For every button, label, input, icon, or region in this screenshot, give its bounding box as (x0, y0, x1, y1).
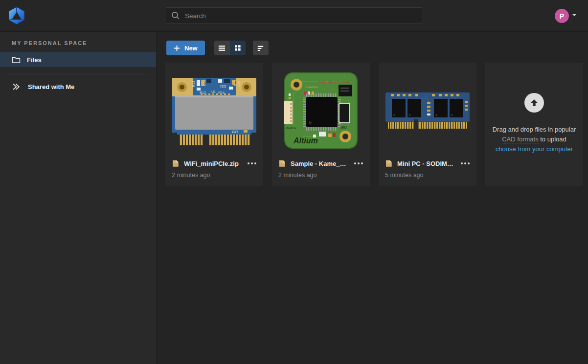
grid-view-icon (234, 44, 242, 52)
svg-text:C39: C39 (237, 81, 241, 87)
sidebar-item-label: Shared with Me (28, 83, 74, 91)
svg-text:DS1: DS1 (220, 85, 226, 88)
svg-text:U1: U1 (211, 90, 216, 93)
upload-instructions: Drag and drop files in popular CAD forma… (485, 125, 583, 154)
plus-icon (174, 45, 180, 51)
upload-arrow-icon (524, 93, 544, 113)
app-window: P MY PERSONAL SPACE Files Shared with Me (0, 0, 588, 364)
search-input[interactable] (185, 12, 417, 20)
svg-text:DS2: DS2 (203, 79, 206, 86)
file-meta-row: Sample - Kame_FM... (272, 159, 370, 168)
choose-from-computer-link[interactable]: choose from your computer (496, 145, 573, 153)
search-icon (171, 11, 180, 20)
search-bar (165, 7, 423, 24)
file-meta-row: Mini PC - SODIMM.... (379, 159, 476, 168)
avatar-caret-icon[interactable] (572, 14, 576, 18)
toolbar: New (166, 41, 269, 55)
new-button-label: New (184, 45, 198, 52)
sidebar-item-label: Files (27, 56, 42, 64)
file-modified-time: 2 minutes ago (272, 168, 370, 179)
main-content: New (157, 32, 588, 364)
view-toggle-group (214, 41, 246, 55)
svg-text:Altium: Altium (293, 136, 318, 145)
file-name: Sample - Kame_FM... (291, 160, 349, 167)
avatar[interactable]: P (555, 9, 569, 23)
upload-line1: Drag and drop files in popular (493, 126, 576, 133)
more-menu-button[interactable] (247, 160, 257, 166)
file-card-wifi-minipcie[interactable]: R13 DS2 DS1 R12 U1 R14 R15 C39 (165, 63, 263, 186)
file-card-sample-kame-fmu[interactable]: KAME FMU rev.2 2021 CubePilot (272, 63, 370, 186)
svg-text:C37: C37 (232, 130, 238, 134)
file-modified-time: 2 minutes ago (165, 168, 263, 179)
top-header: P (0, 0, 588, 32)
upload-line2-suffix: to upload (539, 136, 566, 143)
new-button[interactable]: New (166, 41, 205, 55)
file-name: Mini PC - SODIMM.... (397, 160, 456, 167)
sidebar: MY PERSONAL SPACE Files Shared with Me (0, 32, 157, 364)
file-icon (385, 159, 393, 167)
file-name: WiFi_miniPCIe.zip (184, 160, 243, 167)
svg-text:KAME FMU rev.2 2021: KAME FMU rev.2 2021 (319, 80, 350, 83)
svg-text:IMU: IMU (340, 126, 347, 129)
upload-dropzone[interactable]: Drag and drop files in popular CAD forma… (485, 63, 583, 186)
svg-text:R13: R13 (192, 81, 195, 87)
list-view-icon (218, 44, 226, 52)
folder-icon (12, 56, 21, 64)
sidebar-section-label: MY PERSONAL SPACE (0, 32, 156, 52)
file-icon (172, 159, 180, 167)
svg-text:R15: R15 (233, 80, 237, 86)
thumbnail-sodimm-module (379, 63, 476, 159)
sidebar-item-files[interactable]: Files (0, 52, 156, 67)
thumbnail-wifi-minipcie-board: R13 DS2 DS1 R12 U1 R14 R15 C39 (165, 63, 263, 159)
file-modified-time: 5 minutes ago (379, 168, 476, 179)
file-card-mini-pc-sodimm[interactable]: Mini PC - SODIMM.... 5 minutes ago (379, 63, 476, 186)
sidebar-divider (8, 74, 148, 74)
file-grid: R13 DS2 DS1 R12 U1 R14 R15 C39 (165, 63, 583, 186)
more-menu-button[interactable] (354, 160, 363, 166)
file-meta-row: WiFi_miniPCIe.zip (165, 159, 263, 168)
sort-icon (256, 44, 265, 52)
sort-button[interactable] (253, 41, 269, 55)
svg-text:CubePilot: CubePilot (305, 86, 318, 89)
list-view-button[interactable] (214, 41, 230, 55)
thumbnail-kame-fmu-board: KAME FMU rev.2 2021 CubePilot (272, 63, 370, 159)
more-menu-button[interactable] (460, 160, 470, 166)
file-icon (278, 159, 286, 167)
cad-formats-link[interactable]: CAD formats (502, 136, 538, 143)
share-icon (12, 83, 22, 91)
sidebar-item-shared-with-me[interactable]: Shared with Me (0, 78, 156, 95)
svg-text:DEBUG: DEBUG (286, 126, 296, 129)
grid-view-button[interactable] (230, 41, 246, 55)
app-logo-cube-icon[interactable] (7, 6, 26, 25)
